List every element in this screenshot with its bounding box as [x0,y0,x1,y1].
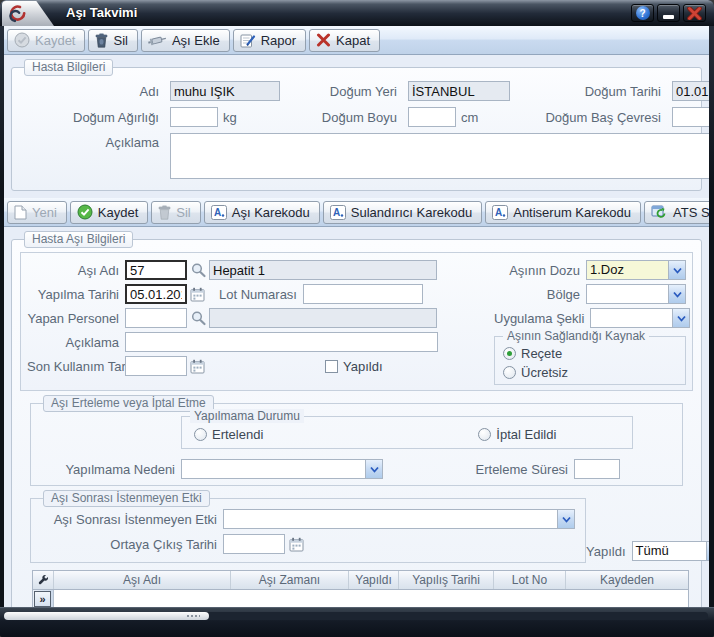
expiry-calendar-button[interactable] [190,359,205,374]
source-prescription-radio[interactable]: Reçete [503,346,677,361]
application-combo[interactable] [590,308,690,328]
wrench-icon [37,574,49,586]
onset-calendar-button[interactable] [289,537,304,552]
postpone-duration-label: Erteleme Süresi [476,462,574,477]
diluent-barcode-button[interactable]: A Sulandırıcı Karekodu [323,201,482,224]
postponed-radio[interactable]: Ertelendi [194,427,263,442]
birth-place-field[interactable] [408,81,510,101]
chevron-down-icon[interactable] [365,460,382,478]
main-toolbar: Kaydet Sil [4,26,709,55]
birth-place-label: Doğum Yeri [285,84,403,99]
trash-icon [158,205,171,220]
patient-info-legend: Hasta Bilgileri [24,59,113,76]
head-circumference-field[interactable] [672,107,709,127]
delete-button[interactable]: Sil [88,29,137,52]
save-check-icon [77,204,93,220]
syringe-icon [148,34,167,47]
checkbox-icon [325,360,338,373]
svg-text:A: A [495,207,502,218]
radio-icon [194,428,207,441]
horizontal-scrollbar-thumb[interactable] [4,612,209,620]
chevron-down-icon[interactable] [672,309,689,327]
add-vaccine-button[interactable]: Aşı Ekle [141,29,230,52]
vaccine-source-legend: Aşının Sağlandığı Kaynak [503,329,649,343]
save-check-icon [14,32,30,48]
lot-number-field[interactable] [303,284,423,304]
close-window-button[interactable] [683,4,706,22]
birth-height-unit: cm [461,110,478,125]
help-icon: ? [636,6,650,20]
magnifier-icon [190,310,207,326]
new-button[interactable]: Yeni [7,201,67,224]
cancelled-radio[interactable]: İptal Edildi [478,427,556,442]
vaccine-delete-button[interactable]: Sil [151,201,200,224]
vaccine-grid: Aşı Adı Aşı Zamanı Yapıldı Yapılış Tarih… [32,570,689,607]
staff-search-button[interactable] [190,310,207,326]
vaccine-barcode-button[interactable]: A Aşı Karekodu [204,201,320,224]
minimize-icon [663,15,674,19]
onset-date-label: Ortaya Çıkış Tarihi [41,537,223,552]
staff-code-field[interactable] [125,308,187,328]
name-field[interactable] [170,81,280,101]
dose-combo[interactable]: 1.Doz [586,260,686,280]
app-logo [2,1,54,26]
not-done-reason-combo[interactable] [181,459,383,479]
source-free-radio[interactable]: Ücretsiz [503,365,677,380]
antiserum-barcode-button[interactable]: A Antiserum Karekodu [485,201,641,224]
name-label: Adı [20,84,165,99]
done-checkbox[interactable]: Yapıldı [325,359,383,374]
onset-date-field[interactable] [223,534,285,554]
radio-icon [478,428,491,441]
close-form-button[interactable]: Kapat [309,29,380,52]
chevron-down-icon[interactable] [557,510,574,528]
apply-date-calendar-button[interactable] [190,287,205,302]
vaccine-info-group: Hasta Aşı Bilgileri Aşı Adı [11,239,702,607]
vaccine-info-legend: Hasta Aşı Bilgileri [24,231,133,248]
region-combo[interactable] [586,284,686,304]
grid-body[interactable]: » [33,590,688,607]
chevron-down-icon[interactable] [668,285,685,303]
grid-column-header[interactable]: Yapıldı [349,571,399,589]
calendar-icon [190,359,205,374]
chevron-down-icon[interactable] [668,261,685,279]
grid-filter-combo[interactable]: Tümü [632,541,709,561]
grid-customize-button[interactable] [33,571,54,589]
birth-date-field[interactable] [672,81,709,101]
report-icon [240,33,256,48]
vaccine-save-button[interactable]: Kaydet [70,201,148,224]
grid-column-header[interactable]: Kaydeden [566,571,688,589]
patient-note-field[interactable] [170,133,709,179]
chevron-down-icon[interactable] [706,542,709,560]
help-button[interactable]: ? [631,4,654,22]
birth-height-field[interactable] [408,107,456,127]
vaccine-name-field[interactable] [209,260,437,280]
grid-header: Aşı Adı Aşı Zamanı Yapıldı Yapılış Tarih… [33,571,688,590]
save-button[interactable]: Kaydet [7,29,85,52]
grid-column-header[interactable]: Aşı Adı [54,571,231,589]
side-effect-combo[interactable] [223,509,575,529]
vaccine-name-label: Aşı Adı [27,263,125,278]
birth-weight-field[interactable] [170,107,218,127]
close-x-icon [316,33,331,47]
minimize-button[interactable] [657,4,680,22]
birth-date-label: Doğum Tarihi [515,84,667,99]
vaccine-code-field[interactable] [125,260,187,280]
side-effect-group: Aşı Sonrası İstenmeyen Etki Aşı Sonrası … [30,498,586,563]
window-title: Aşı Takvimi [66,5,137,20]
grid-column-header[interactable]: Aşı Zamanı [231,571,349,589]
done-checkbox-label: Yapıldı [343,359,383,374]
apply-date-field[interactable] [125,284,187,304]
vaccine-search-button[interactable] [190,262,207,278]
vaccine-note-field[interactable] [125,332,438,352]
ats-query-button[interactable]: ATS Sorgula [644,201,709,224]
grid-column-header[interactable]: Lot No [494,571,566,589]
side-effect-legend: Aşı Sonrası İstenmeyen Etki [43,490,210,507]
grid-column-header[interactable]: Yapılış Tarihi [399,571,494,589]
postpone-duration-field[interactable] [574,459,620,479]
expiry-field[interactable] [125,356,187,376]
grid-focused-row-marker[interactable]: » [34,591,51,607]
horizontal-scrollbar[interactable] [4,612,708,620]
report-button[interactable]: Rapor [233,29,306,52]
vaccine-source-group: Aşının Sağlandığı Kaynak Reçete Ücretsiz [494,336,686,385]
staff-name-field[interactable] [209,308,437,328]
